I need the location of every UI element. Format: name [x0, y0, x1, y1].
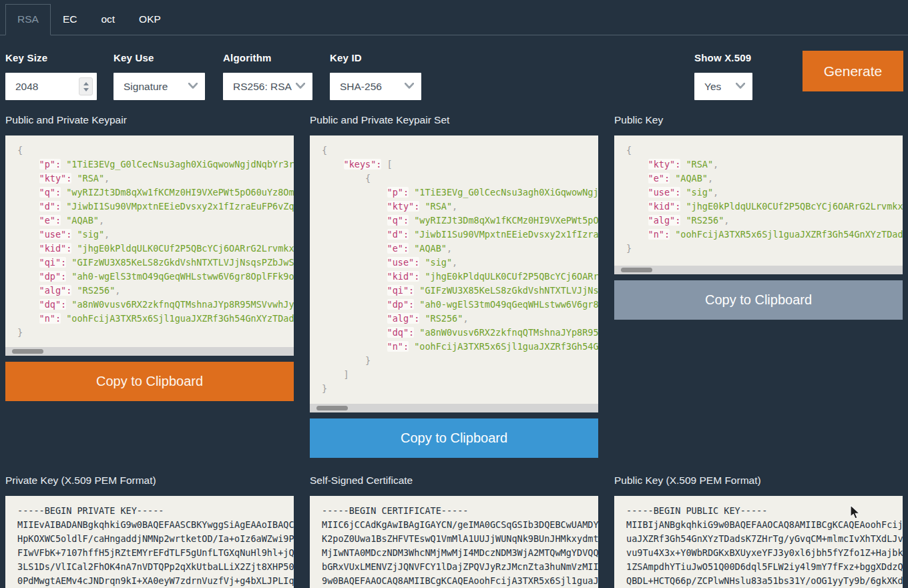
code-line: -----BEGIN PRIVATE KEY----- [17, 504, 294, 518]
algorithm-label: Algorithm [223, 52, 312, 63]
code-line: "kid": "jhgE0kPldqULK0CUf2P5QBcYCj6OARrG… [626, 200, 903, 214]
key-id-value: SHA-256 [340, 81, 402, 93]
key-size-stepper[interactable] [79, 77, 93, 95]
panel-public-key: Public Key { "kty": "RSA", "e": "AQAB", … [614, 113, 903, 320]
code-line: "use": "sig", [17, 228, 294, 242]
code-line: "alg": "RS256", [17, 284, 294, 298]
algorithm-field: Algorithm RS256: RSA [223, 52, 312, 100]
code-line: 0PdMwgtAEMv4cJNDrqn9kI+XA0eyW7zdrnVuzfVj… [17, 574, 294, 588]
code-line: "q": "wyRIZJt3Dm8qXw1fKCMz0HI9VXePWt5pO6… [17, 186, 294, 200]
code-line: -----BEGIN CERTIFICATE----- [322, 504, 598, 518]
code-line: "use": "sig", [322, 256, 598, 270]
code-line: "p": "1TiE3EVg_G0lCecNsu3agh0XiGqwowNgjd… [17, 158, 294, 172]
code-line: 3LS1Ds/VlICal2FhOK4nA7nVDTQPp2qXkUtbaLLi… [17, 560, 294, 574]
stepper-down-icon[interactable] [83, 88, 89, 91]
horizontal-scrollbar[interactable] [5, 347, 294, 356]
show-x509-value: Yes [704, 81, 721, 93]
code-line: "n": "oohFcijA3TXR5x6Sjl1guaJXZRf3Gh54Gn… [626, 228, 903, 242]
code-line: } [322, 382, 598, 396]
key-type-tabbar: RSA EC oct OKP [0, 0, 908, 35]
code-line: "alg": "RS256", [322, 312, 598, 326]
key-size-field: Key Size 2048 [5, 52, 97, 100]
key-id-label: Key ID [330, 52, 421, 63]
code-line: HpKOXWC5oldlF/caHngaddjNMNp2wrtketOD/Ia+… [17, 532, 294, 546]
tab-oct[interactable]: oct [89, 4, 127, 35]
code-line: "kid": "jhgE0kPldqULK0CUf2P5QBcYCj6OARrG… [17, 242, 294, 256]
algorithm-select[interactable]: RS256: RSA [223, 73, 312, 100]
code-line: ] [322, 368, 598, 382]
copy-public-key-button[interactable]: Copy to Clipboard [614, 280, 903, 320]
code-line: { [17, 143, 294, 158]
tab-ec[interactable]: EC [51, 4, 89, 35]
panel-public-pem-title: Public Key (X.509 PEM Format) [614, 474, 903, 487]
key-id-select[interactable]: SHA-256 [330, 73, 421, 100]
code-line: } [17, 326, 294, 340]
certificate-code[interactable]: -----BEGIN CERTIFICATE-----MIIC6jCCAdKgA… [310, 496, 598, 588]
private-pem-code[interactable]: -----BEGIN PRIVATE KEY-----MIIEvAIBADANB… [5, 496, 294, 588]
code-line: "use": "sig", [626, 186, 903, 200]
public-key-json-code[interactable]: { "kty": "RSA", "e": "AQAB", "use": "sig… [614, 135, 903, 274]
mouse-cursor [849, 505, 861, 521]
panel-keypair: Public and Private Keypair { "p": "1TiE3… [5, 113, 294, 401]
horizontal-scrollbar[interactable] [614, 266, 903, 274]
code-line: "dp": "ah0-wgElS3tmO49qGeqWHLstww6V6gr8O… [322, 298, 598, 312]
code-line: "dq": "a8nW0vusv6RX2zkfnqQTMshnaJYp8R95M… [17, 298, 294, 312]
code-line: "dq": "a8nW0vusv6RX2zkfnqQTMshnaJYp8R95M… [322, 326, 598, 340]
chevron-down-icon [405, 83, 414, 89]
code-line: { [322, 143, 598, 158]
code-line: "p": "1TiE3EVg_G0lCecNsu3agh0XiGqwowNgjd… [322, 186, 598, 200]
code-line: "qi": "GIFzWU3X85KeLS8zGkdVshNTXTLVJjNsq… [322, 284, 598, 298]
code-line: } [322, 354, 598, 368]
chevron-down-icon [296, 83, 305, 89]
code-line: MIIEvAIBADANBgkqhkiG9w0BAQEFAASCBKYwggSi… [17, 518, 294, 532]
code-line: "e": "AQAB", [322, 242, 598, 256]
code-line: "kty": "RSA", [626, 158, 903, 172]
show-x509-select[interactable]: Yes [694, 73, 752, 100]
show-x509-label: Show X.509 [694, 52, 752, 63]
code-line: "kty": "RSA", [322, 200, 598, 214]
code-line: uaJXZRf3Gh54GnXYzTDadsK7ZHrTg/yGvqCM+mlm… [626, 532, 903, 546]
code-line: { [322, 172, 598, 186]
panel-keypair-set-title: Public and Private Keypair Set [310, 113, 598, 127]
code-line: QBDL+HCTQ66p/ZCPlwNHslu83a51bs31Y/oOG1yy… [626, 574, 903, 588]
panel-certificate-title: Self-Signed Certificate [310, 474, 598, 487]
chevron-down-icon [188, 83, 198, 89]
keypair-set-json-code[interactable]: { "keys": [ { "p": "1TiE3EVg_G0lCecNsu3a… [310, 135, 598, 412]
panel-public-key-title: Public Key [614, 113, 903, 127]
keypair-json-code[interactable]: { "p": "1TiE3EVg_G0lCecNsu3agh0XiGqwowNg… [5, 135, 294, 356]
show-x509-field: Show X.509 Yes [694, 52, 752, 100]
tab-rsa[interactable]: RSA [5, 4, 51, 35]
tab-okp[interactable]: OKP [127, 4, 173, 35]
panel-private-pem-title: Private Key (X.509 PEM Format) [5, 474, 294, 487]
code-line: "alg": "RS256", [626, 214, 903, 228]
code-line: "n": "oohFcijA3TXR5x6Sjl1guaJXZRf3Gh54Gn… [17, 312, 294, 326]
scrollbar-thumb[interactable] [12, 349, 43, 354]
chevron-down-icon [736, 83, 745, 89]
code-line: } [626, 242, 903, 256]
panel-keypair-set: Public and Private Keypair Set { "keys":… [310, 113, 598, 458]
stepper-up-icon[interactable] [83, 82, 89, 85]
code-line: FIwVFbK+7107hffH5jRZtEMYrEFdTLF5gUnfLTGX… [17, 546, 294, 560]
scrollbar-thumb[interactable] [621, 268, 652, 272]
code-line: 1ZSAmpdhYTiuJwO51Q00D6dql5FLW2iy4l9mY7fF… [626, 560, 903, 574]
copy-keypair-button[interactable]: Copy to Clipboard [5, 362, 294, 401]
horizontal-scrollbar[interactable] [310, 404, 598, 412]
key-use-value: Signature [124, 81, 188, 93]
code-line: vu9Tu4X3x+Y0WbRDGKxBXUyxeYFJ3y0xl6jbh5fY… [626, 546, 903, 560]
code-line: "kid": "jhgE0kPldqULK0CUf2P5QBcYCj6OARrG… [322, 270, 598, 284]
code-line: "keys": [ [322, 158, 598, 172]
panel-keypair-title: Public and Private Keypair [5, 113, 294, 127]
key-use-field: Key Use Signature [114, 52, 205, 100]
code-line: { [626, 143, 903, 158]
key-use-select[interactable]: Signature [114, 73, 205, 100]
code-line: bGRxVUxLMENVZjJQNVFCY1lDajZPQVJyRzJMcnZt… [322, 560, 598, 574]
code-line: K2poZ0Uwa1BsZHFVTEswQ1VmMlA1UUJjWUNqNk9B… [322, 532, 598, 546]
key-size-input[interactable]: 2048 [5, 73, 97, 100]
copy-keypair-set-button[interactable]: Copy to Clipboard [310, 418, 598, 458]
key-use-label: Key Use [114, 52, 205, 63]
code-line: "e": "AQAB", [17, 214, 294, 228]
scrollbar-thumb[interactable] [316, 406, 348, 410]
generate-button[interactable]: Generate [803, 51, 903, 91]
code-line: "n": "oohFcijA3TXR5x6Sjl1guaJXZRf3Gh54Gn… [322, 340, 598, 354]
panel-public-pem: Public Key (X.509 PEM Format) -----BEGIN… [614, 474, 903, 588]
